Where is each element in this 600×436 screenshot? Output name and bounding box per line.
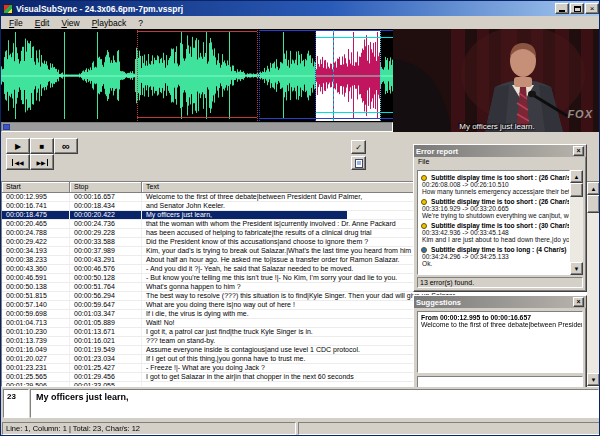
suggestions-title-bar[interactable]: Suggestions × (414, 296, 586, 308)
row-stop-time: 00:01:19.549 (70, 346, 142, 354)
stop-button[interactable]: ■ (30, 138, 54, 154)
error-report-menu: File (414, 157, 586, 166)
selection-end-marker[interactable] (380, 30, 381, 121)
row-start-time: 00:01:10.230 (2, 328, 70, 336)
error-severity-icon (421, 199, 427, 205)
error-list-scrollbar[interactable]: ▲ ▼ (570, 170, 583, 275)
scroll-up-button[interactable]: ▲ (587, 182, 600, 195)
row-start-time: 00:00:18.475 (2, 211, 70, 219)
error-severity-icon (421, 175, 427, 181)
region-red-bottom-line (137, 117, 257, 118)
window-title: VisualSubSync - 24.3x06.6pm-7pm.vssprj (16, 4, 554, 14)
row-stop-time: 00:00:33.588 (70, 238, 142, 246)
row-stop-time: 00:00:18.434 (70, 202, 142, 210)
row-start-time: 00:00:16.741 (2, 202, 70, 210)
menu-view[interactable]: View (55, 17, 85, 29)
error-entry[interactable]: Subtitle display time is too short : (26… (420, 172, 567, 196)
scrollbar-thumb[interactable] (587, 195, 600, 213)
status-bar-position: Line: 1, Column: 1 | Total: 23, Char/s: … (2, 422, 296, 435)
video-panel[interactable]: My officers just learn. FOX (393, 29, 600, 132)
suggestions-close-button[interactable]: × (573, 297, 584, 307)
row-stop-time: 00:00:46.576 (70, 265, 142, 273)
region-blue-bottom-line (259, 118, 393, 119)
row-stop-time: 00:01:03.347 (70, 310, 142, 318)
row-start-time: 00:00:34.193 (2, 247, 70, 255)
suggestion-content[interactable]: From 00:00:12.995 to 00:00:16.657 Welcom… (417, 311, 583, 373)
menu-edit[interactable]: Edit (29, 17, 56, 29)
suggestions-title: Suggestions (416, 298, 573, 307)
subtitle-editor: 23 My officers just learn, (1, 387, 600, 420)
menu-playback[interactable]: Playback (86, 17, 133, 29)
error-entry[interactable]: Subtitle display time is too long : (4 C… (420, 244, 567, 268)
next-subtitle-button[interactable]: ▶▶ (30, 154, 54, 170)
region-red-end-marker[interactable] (257, 30, 258, 121)
row-stop-time: 00:00:50.128 (70, 274, 142, 282)
row-stop-time: 00:00:20.422 (70, 211, 142, 219)
row-start-time: 00:01:20.027 (2, 355, 70, 363)
menu-help[interactable]: ? (132, 17, 149, 29)
region-blue-end-marker[interactable] (315, 30, 316, 121)
region-red-top-line (137, 31, 257, 32)
row-start-time: 00:00:12.995 (2, 193, 70, 201)
row-stop-time: 00:01:29.456 (70, 373, 142, 381)
error-scroll-down-button[interactable]: ▼ (570, 262, 583, 275)
error-report-menu-file[interactable]: File (418, 158, 429, 165)
waveform-scrollbar-thumb[interactable] (3, 124, 10, 130)
menu-bar: File Edit View Playback ? (1, 16, 600, 29)
subtitle-list-scrollbar[interactable]: ▲ ▼ (587, 182, 600, 386)
notes-icon (355, 159, 363, 168)
error-entry[interactable]: Subtitle display time is too short : (26… (420, 196, 567, 220)
status-bar-extra (298, 422, 600, 435)
play-button[interactable]: ▶ (6, 138, 30, 154)
error-time-range: 00:33:16.929 -> 00:33:20.665 (422, 205, 567, 212)
error-title: Subtitle display time is too short : (26… (431, 174, 567, 181)
editor-text-area[interactable]: My officers just learn, (30, 389, 599, 418)
loop-button[interactable]: ∞ (54, 138, 78, 154)
title-bar[interactable]: VisualSubSync - 24.3x06.6pm-7pm.vssprj × (1, 1, 600, 16)
row-stop-time: 00:01:23.034 (70, 355, 142, 363)
waveform-panel[interactable] (1, 29, 393, 122)
menu-file[interactable]: File (3, 17, 29, 29)
row-start-time: 00:00:29.422 (2, 238, 70, 246)
row-stop-time: 00:00:59.647 (70, 301, 142, 309)
column-header-stop[interactable]: Stop (70, 182, 142, 193)
loop-icon: ∞ (62, 140, 70, 152)
suggestion-text: Welcome to the first of three debate|bet… (421, 321, 579, 328)
status-bar: Line: 1, Column: 1 | Total: 23, Char/s: … (1, 420, 600, 436)
selection-cyan-bottom-line (316, 112, 393, 113)
error-list: Subtitle display time is too short : (26… (417, 170, 570, 275)
selection-cyan-top-line (316, 37, 393, 38)
region-red-start-marker[interactable] (137, 30, 138, 121)
error-severity-icon (421, 247, 427, 253)
row-stop-time: 00:00:37.989 (70, 247, 142, 255)
validate-button[interactable]: ✓ (351, 140, 366, 154)
row-start-time: 00:00:46.591 (2, 274, 70, 282)
play-cursor[interactable] (333, 30, 334, 121)
region-blue-start-marker[interactable] (259, 30, 260, 121)
close-button[interactable]: × (585, 3, 599, 14)
error-scroll-up-button[interactable]: ▲ (570, 170, 583, 183)
suggestion-time-range: From 00:00:12.995 to 00:00:16.657 (421, 314, 579, 321)
scroll-down-button[interactable]: ▼ (587, 373, 600, 386)
error-report-close-button[interactable]: × (573, 146, 584, 156)
previous-subtitle-button[interactable]: ◀◀ (6, 154, 30, 170)
error-scrollbar-thumb[interactable] (570, 183, 583, 197)
app-icon (3, 4, 13, 14)
restore-button[interactable] (570, 3, 584, 14)
row-stop-time: 00:00:16.657 (70, 193, 142, 201)
error-entry[interactable]: Subtitle display time is too short : (30… (420, 220, 567, 244)
row-start-time: 00:01:04.713 (2, 319, 70, 327)
column-header-start[interactable]: Start (2, 182, 70, 193)
row-start-time: 00:01:29.506 (2, 382, 70, 386)
error-report-title-bar[interactable]: Error report × (414, 145, 586, 157)
video-subtitle-text: My officers just learn. (393, 122, 600, 131)
waveform-canvas[interactable] (1, 29, 393, 122)
waveform-scrollbar[interactable] (1, 122, 393, 132)
notes-button[interactable] (351, 156, 366, 170)
row-stop-time: 00:01:33.055 (70, 382, 142, 386)
minimize-button[interactable] (555, 3, 569, 14)
row-stop-time: 00:01:25.427 (70, 364, 142, 372)
row-start-time: 00:00:20.465 (2, 220, 70, 228)
row-start-time: 00:00:50.138 (2, 283, 70, 291)
row-stop-time: 00:00:51.764 (70, 283, 142, 291)
